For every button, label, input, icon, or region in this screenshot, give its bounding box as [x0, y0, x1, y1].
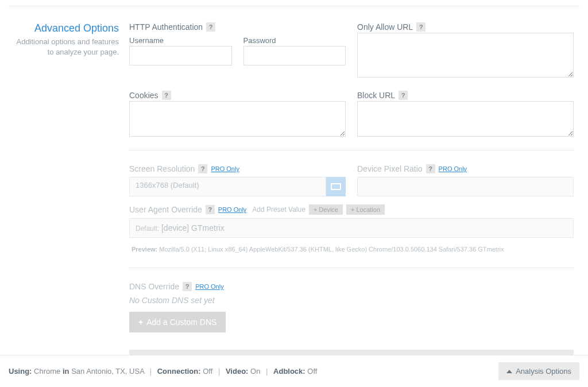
divider	[129, 268, 574, 268]
add-device-button: + Device	[309, 204, 343, 215]
add-dns-label: Add a Custom DNS	[146, 318, 216, 327]
separator: |	[218, 367, 220, 376]
using-label: Using:	[9, 367, 32, 376]
user-agent-label: User Agent Override ? PRO Only Add Prese…	[129, 204, 574, 215]
user-agent-input: Default: [device] GTmetrix	[129, 218, 574, 238]
location-value: San Antonio, TX, USA	[71, 367, 144, 376]
video-label: Video:	[226, 367, 249, 376]
device-pixel-ratio-label: Device Pixel Ratio ? PRO Only	[357, 164, 574, 173]
pro-only-link[interactable]: PRO Only	[211, 165, 239, 172]
username-label: Username	[129, 36, 232, 45]
chevron-up-icon	[506, 370, 512, 373]
username-input[interactable]	[129, 46, 232, 65]
pro-only-link[interactable]: PRO Only	[218, 206, 247, 213]
block-url-label: Block URL ?	[357, 91, 574, 100]
http-auth-text: HTTP Authentication	[129, 22, 203, 32]
plus-icon: +	[138, 318, 143, 327]
video-value: On	[250, 367, 260, 376]
sidebar-title: Advanced Options	[9, 22, 119, 34]
only-allow-url-label: Only Allow URL ?	[357, 22, 574, 32]
sidebar: Advanced Options Additional options and …	[9, 22, 129, 369]
screen-resolution-text: Screen Resolution	[129, 164, 195, 173]
help-icon[interactable]: ?	[183, 282, 192, 291]
ua-device-value: [device] GTmetrix	[161, 223, 225, 233]
help-icon[interactable]: ?	[426, 164, 435, 173]
user-agent-preview: Preview: Mozilla/5.0 (X11; Linux x86_64)…	[131, 246, 574, 253]
dns-empty-state: No Custom DNS set yet	[129, 296, 574, 305]
only-allow-url-textarea[interactable]	[357, 33, 574, 78]
add-custom-dns-button: + Add a Custom DNS	[129, 312, 226, 332]
add-location-button: + Location	[346, 204, 385, 215]
help-icon[interactable]: ?	[206, 22, 215, 32]
ua-default-prefix: Default:	[136, 225, 159, 233]
help-icon[interactable]: ?	[399, 91, 408, 100]
dns-override-label: DNS Override ? PRO Only	[129, 282, 574, 291]
device-pixel-ratio-select	[357, 177, 574, 196]
analysis-options-button[interactable]: Analysis Options	[498, 362, 579, 380]
adblock-label: Adblock:	[273, 367, 305, 376]
help-icon[interactable]: ?	[416, 22, 425, 32]
password-label: Password	[243, 36, 346, 45]
cookies-textarea[interactable]	[129, 101, 346, 137]
monitor-icon	[326, 177, 346, 196]
screen-resolution-select: 1366x768 (Default)	[129, 177, 326, 196]
connection-label: Connection:	[157, 367, 201, 376]
dns-text: DNS Override	[129, 282, 179, 291]
separator: |	[266, 367, 268, 376]
user-agent-text: User Agent Override	[129, 205, 202, 214]
pro-only-link[interactable]: PRO Only	[439, 165, 467, 172]
preview-value: Mozilla/5.0 (X11; Linux x86_64) AppleWeb…	[159, 246, 504, 253]
preview-label: Preview:	[131, 246, 157, 253]
pro-only-link[interactable]: PRO Only	[195, 283, 224, 290]
separator: |	[150, 367, 152, 376]
help-icon[interactable]: ?	[206, 205, 215, 214]
browser-value: Chrome	[34, 367, 60, 376]
screen-resolution-label: Screen Resolution ? PRO Only	[129, 164, 346, 173]
connection-value: Off	[203, 367, 212, 376]
sidebar-description: Additional options and features to analy…	[9, 37, 119, 57]
block-url-text: Block URL	[357, 91, 395, 100]
http-auth-label: HTTP Authentication ?	[129, 22, 346, 32]
help-icon[interactable]: ?	[198, 164, 207, 173]
main-form: HTTP Authentication ? Username Password	[129, 22, 579, 369]
in-label: in	[63, 367, 69, 376]
help-icon[interactable]: ?	[162, 91, 171, 100]
dpr-text: Device Pixel Ratio	[357, 164, 423, 173]
summary-text: Using: Chrome in San Antonio, TX, USA | …	[9, 367, 317, 376]
only-allow-url-text: Only Allow URL	[357, 22, 413, 32]
block-url-textarea[interactable]	[357, 101, 574, 137]
summary-footer: Using: Chrome in San Antonio, TX, USA | …	[0, 355, 588, 387]
cookies-label: Cookies ?	[129, 91, 346, 100]
divider	[129, 150, 574, 150]
password-input[interactable]	[243, 46, 346, 65]
advanced-options-panel: Advanced Options Additional options and …	[9, 6, 579, 369]
cookies-text: Cookies	[129, 91, 158, 100]
analysis-options-label: Analysis Options	[516, 367, 571, 376]
adblock-value: Off	[307, 367, 317, 376]
add-preset-label: Add Preset Value	[252, 206, 305, 214]
